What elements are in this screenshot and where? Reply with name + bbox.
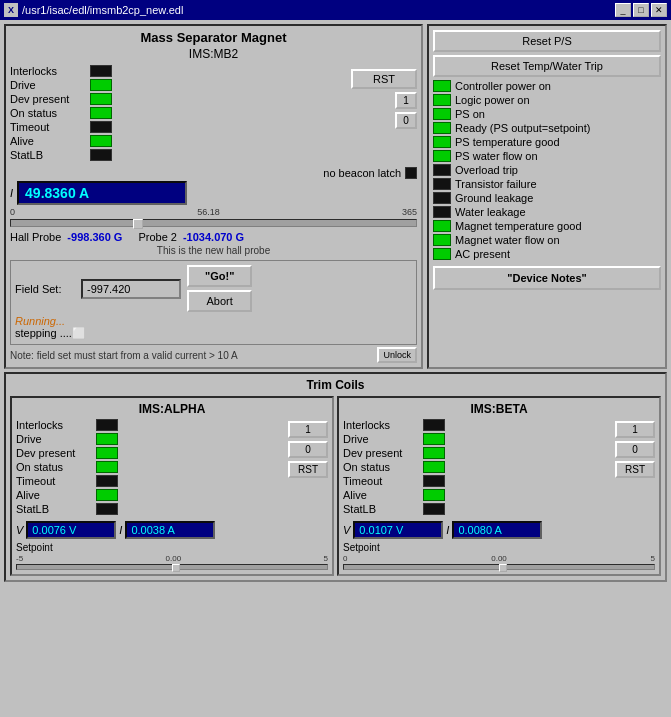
beta-slider-thumb[interactable] (499, 564, 507, 572)
hall-probe-label: Hall Probe (10, 231, 61, 243)
alpha-on-status-led (96, 461, 118, 473)
on-status-row: On status (10, 107, 339, 119)
reset-ps-button[interactable]: Reset P/S (433, 30, 661, 52)
minimize-button[interactable]: _ (615, 3, 631, 17)
current-display: 49.8360 A (17, 181, 187, 205)
right-status-label-9: Water leakage (455, 206, 526, 218)
maximize-button[interactable]: □ (633, 3, 649, 17)
right-led-12 (433, 248, 451, 260)
right-status-row: Overload trip (433, 164, 661, 176)
stepping-text: stepping ....⬜ (15, 327, 412, 340)
beta-setpoint-label: Setpoint (343, 542, 380, 553)
slider-thumb[interactable] (133, 219, 143, 229)
beta-statlb-row: StatLB (343, 503, 609, 515)
alpha-slider-thumb[interactable] (172, 564, 180, 572)
right-status-row: Magnet water flow on (433, 234, 661, 246)
go-button[interactable]: "Go!" (187, 265, 252, 287)
alive-row: Alive (10, 135, 339, 147)
right-status-row: PS on (433, 108, 661, 120)
probe2-value: -1034.070 G (183, 231, 244, 243)
dev-present-led (90, 93, 112, 105)
alpha-title: IMS:ALPHA (16, 402, 328, 416)
beta-interlocks-label: Interlocks (343, 419, 423, 431)
btn-0[interactable]: 0 (395, 112, 417, 129)
right-led-1 (433, 94, 451, 106)
drive-label: Drive (10, 79, 90, 91)
beta-timeout-row: Timeout (343, 475, 609, 487)
timeout-row: Timeout (10, 121, 339, 133)
close-button[interactable]: ✕ (651, 3, 667, 17)
alpha-slider-mid: 0.00 (166, 554, 182, 563)
slider-track[interactable] (10, 219, 417, 227)
hall-row: Hall Probe -998.360 G Probe 2 -1034.070 … (10, 231, 417, 243)
alpha-btn0[interactable]: 0 (288, 441, 328, 458)
btn-1[interactable]: 1 (395, 92, 417, 109)
fieldset-row: Field Set: "Go!" Abort (15, 265, 412, 312)
beta-title: IMS:BETA (343, 402, 655, 416)
field-set-input[interactable] (81, 279, 181, 299)
alpha-drive-row: Drive (16, 433, 282, 445)
on-status-led (90, 107, 112, 119)
interlocks-row: Interlocks (10, 65, 339, 77)
statlb-row: StatLB (10, 149, 339, 161)
alpha-v-label: V (16, 524, 23, 536)
timeout-led (90, 121, 112, 133)
right-led-0 (433, 80, 451, 92)
alpha-slider-labels: -5 0.00 5 (16, 554, 328, 563)
beta-statlb-led (423, 503, 445, 515)
beta-dev-present-led (423, 447, 445, 459)
beta-slider-max: 5 (651, 554, 655, 563)
alpha-alive-label: Alive (16, 489, 96, 501)
field-set-label: Field Set: (15, 283, 75, 295)
beta-voltage-display: 0.0107 V (353, 521, 443, 539)
timeout-label: Timeout (10, 121, 90, 133)
beta-slider-track[interactable] (343, 564, 655, 570)
abort-button[interactable]: Abort (187, 290, 252, 312)
alpha-alive-led (96, 489, 118, 501)
beta-drive-label: Drive (343, 433, 423, 445)
beta-btn0[interactable]: 0 (615, 441, 655, 458)
right-status-label-0: Controller power on (455, 80, 551, 92)
on-status-label: On status (10, 107, 90, 119)
alpha-i-label: I (119, 524, 122, 536)
right-led-2 (433, 108, 451, 120)
alpha-interlocks-row: Interlocks (16, 419, 282, 431)
alpha-dev-present-row: Dev present (16, 447, 282, 459)
beta-slider-min: 0 (343, 554, 347, 563)
hall-note: This is the new hall probe (10, 245, 417, 256)
alpha-setpoint-row: Setpoint (16, 542, 328, 553)
right-status-row: Logic power on (433, 94, 661, 106)
left-panel: Mass Separator Magnet IMS:MB2 Interlocks… (4, 24, 423, 369)
right-led-7 (433, 178, 451, 190)
slider-container[interactable]: 0 56.18 365 (10, 207, 417, 227)
rst-button[interactable]: RST (351, 69, 417, 89)
alpha-btn1[interactable]: 1 (288, 421, 328, 438)
slider-min: 0 (10, 207, 15, 217)
right-status-row: PS temperature good (433, 136, 661, 148)
alpha-volt-curr: V 0.0076 V I 0.0038 A (16, 521, 328, 539)
alpha-on-status-row: On status (16, 461, 282, 473)
beta-i-label: I (446, 524, 449, 536)
beta-setpoint-row: Setpoint (343, 542, 655, 553)
alpha-statlb-led (96, 503, 118, 515)
slider-mid: 56.18 (197, 207, 220, 217)
right-status-label-4: PS temperature good (455, 136, 560, 148)
beta-v-label: V (343, 524, 350, 536)
alpha-slider-track[interactable] (16, 564, 328, 570)
window-controls: _ □ ✕ (615, 3, 667, 17)
beta-btn1[interactable]: 1 (615, 421, 655, 438)
slider-max: 365 (402, 207, 417, 217)
device-notes-button[interactable]: "Device Notes" (433, 266, 661, 290)
beta-alive-row: Alive (343, 489, 609, 501)
bottom-section: Trim Coils IMS:ALPHA Interlocks Drive (4, 372, 667, 582)
alpha-current-display: 0.0038 A (125, 521, 215, 539)
unlock-button[interactable]: Unlock (377, 347, 417, 363)
alpha-rst[interactable]: RST (288, 461, 328, 478)
right-panel: Reset P/S Reset Temp/Water Trip Controll… (427, 24, 667, 369)
right-status-row: Magnet temperature good (433, 220, 661, 232)
beta-rst[interactable]: RST (615, 461, 655, 478)
right-led-3 (433, 122, 451, 134)
reset-temp-button[interactable]: Reset Temp/Water Trip (433, 55, 661, 77)
alpha-statlb-row: StatLB (16, 503, 282, 515)
panel-title: Mass Separator Magnet (10, 30, 417, 45)
